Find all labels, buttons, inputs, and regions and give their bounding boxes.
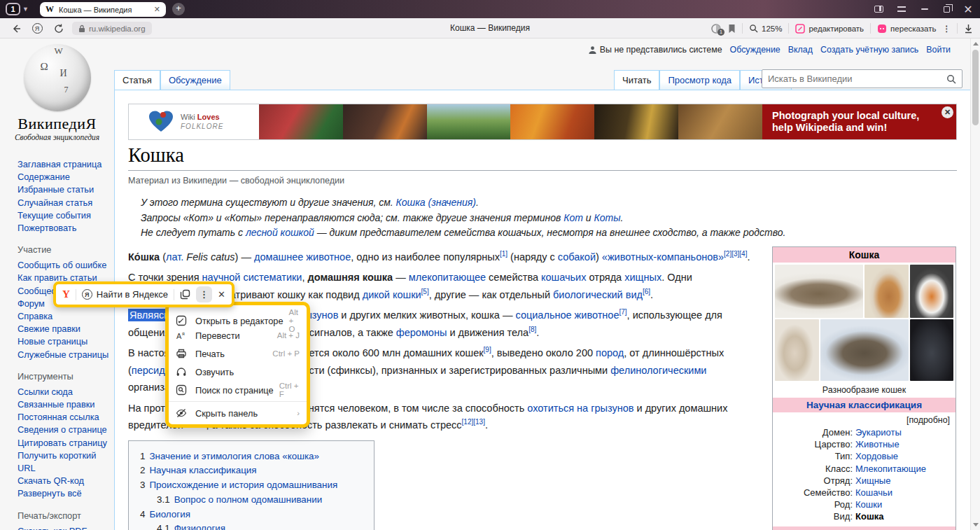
menu-item-read-aloud[interactable]: Озвучить [169,363,307,381]
sidebar-item-donate[interactable]: Пожертвовать [18,222,114,235]
tax-link[interactable]: Млекопитающие [855,463,955,475]
menu-item-open-in-editor[interactable]: Открыть в редактореAlt + O [169,308,307,326]
sidebar-item-random[interactable]: Случайная статья [18,197,114,209]
cat-photo-orange-white[interactable] [910,265,953,318]
cat-photo-tabby-snow[interactable] [820,319,909,381]
sidebar-item-download-pdf[interactable]: Скачать как PDF [18,525,114,530]
scroll-up-arrow-icon[interactable] [973,42,979,46]
user-icon [588,46,597,55]
toc-item[interactable]: 4.1Физиология [157,522,357,530]
menu-button[interactable] [891,0,912,18]
toc-item[interactable]: 4Биология [140,508,357,522]
scrollbar-thumb[interactable] [972,50,979,125]
submenu-chevron-icon: › [297,409,300,417]
restore-icon [944,6,950,13]
link-contributions[interactable]: Вклад [788,45,813,55]
tab-article[interactable]: Статья [114,70,160,90]
new-tab-button[interactable]: + [172,3,185,15]
page-scrollbar[interactable] [970,39,980,530]
toc-item[interactable]: 2Научная классификация [140,463,357,478]
back-button[interactable] [6,18,27,39]
retell-button[interactable]: пересказать [877,24,936,34]
wikipedia-wordmark[interactable]: ВикипедиЯ [0,115,114,133]
link-user-talk[interactable]: Обсуждение [730,45,780,55]
toolbar-close-icon[interactable]: ✕ [218,289,225,300]
address-pill[interactable]: ru.wikipedia.org [72,22,152,35]
details-link[interactable]: [подробно] [773,412,955,426]
zoom-control[interactable]: 125% [749,24,782,33]
sidebar-item-recent-changes[interactable]: Свежие правки [18,323,114,335]
tab-view-source[interactable]: Просмотр кода [659,70,740,90]
sidebar-item-cite-page[interactable]: Цитировать страницу [18,437,114,449]
sidebar-item-new-pages[interactable]: Новые страницы [18,335,114,348]
tax-link[interactable]: Кошки [855,498,955,510]
edit-mode-button[interactable]: редактировать [795,24,864,34]
separator [957,23,958,34]
sidebar-item-help[interactable]: Справка [18,310,114,323]
toc-item[interactable]: 3.1Вопрос о полном одомашнивании [157,493,357,508]
sidebar-item-contents[interactable]: Содержание [18,171,114,183]
yandex-logo-icon[interactable]: Y [62,288,70,300]
protect-button[interactable]: 1 [710,23,722,34]
sidebar-item-report-error[interactable]: Сообщить об ошибке [18,259,114,272]
zoom-level: 125% [762,25,782,33]
sidebar-item-permanent-link[interactable]: Постоянная ссылка [18,411,114,424]
tax-link[interactable]: Эукариоты [855,426,955,438]
open-in-editor-icon [176,315,187,326]
sidebar-item-special-pages[interactable]: Служебные страницы [18,349,114,361]
restore-button[interactable] [936,0,957,18]
sidebar-item-current-events[interactable]: Текущие события [18,209,114,222]
banner-message[interactable]: Photograph your local culture, help Wiki… [762,104,956,139]
tax-link[interactable]: Кошачьи [855,487,955,498]
tab-talk[interactable]: Обсуждение [160,70,230,90]
tax-link[interactable]: Хищные [855,475,955,487]
tab-close-icon[interactable]: ✕ [154,5,160,14]
tab-counter-button[interactable]: 1 ▼ [6,3,29,15]
link-login[interactable]: Войти [926,45,951,55]
downloads-button[interactable] [964,24,973,34]
sidebar-item-qr-code[interactable]: Скачать QR-код [18,475,114,487]
sidebar-item-page-info[interactable]: Сведения о странице [18,424,114,436]
tax-link[interactable]: Животные [855,438,955,450]
copy-icon[interactable] [180,289,190,300]
sidebar-item-main[interactable]: Заглавная страница [18,158,114,171]
yandex-services-button[interactable]: Я [28,18,46,39]
close-window-button[interactable]: ✕ [958,0,979,18]
toc-item[interactable]: 3Происхождение и история одомашнивания [140,478,357,493]
wikipedia-globe-logo[interactable]: W Ω И 7 [24,44,91,111]
find-in-yandex-button[interactable]: Я Найти в Яндексе [82,289,168,300]
sidebar-item-what-links-here[interactable]: Ссылки сюда [18,386,114,398]
menu-item-translate[interactable]: Aя ПеревестиAlt + J [169,326,307,344]
side-panel-button[interactable] [868,0,889,18]
scroll-down-arrow-icon[interactable] [973,523,979,526]
banner-close-icon[interactable]: ✕ [941,106,953,118]
sidebar-item-short-url[interactable]: Получить короткий URL [18,449,100,475]
cat-photo-tabby-lying[interactable] [775,265,863,318]
link-create-account[interactable]: Создать учётную запись [820,45,918,55]
menu-item-find-on-page[interactable]: Поиск по страницеCtrl + F [169,381,307,399]
sidebar-item-related-changes[interactable]: Связанные правки [18,398,114,411]
menu-item-print[interactable]: ПечатьCtrl + P [169,344,307,363]
cat-photo-siamese[interactable] [775,319,819,381]
toolbar-more-button[interactable]: ⋮ [196,286,212,302]
browser-tab[interactable]: W Кошка — Википедия ✕ [40,2,166,17]
tax-link[interactable]: Хордовые [855,450,955,462]
refresh-button[interactable] [49,18,69,39]
sidebar-item-expand-all[interactable]: Развернуть всё [18,487,114,500]
tab-read[interactable]: Читать [614,70,659,90]
search-icon[interactable] [946,74,956,84]
wiki-search-box[interactable] [762,69,962,88]
more-actions-button[interactable]: ⋮ [943,24,951,34]
bookmark-button[interactable] [728,24,736,34]
banner-photo [510,104,594,139]
hatnote: У этого термина существуют и другие знач… [141,195,957,211]
classification-header[interactable]: Научная классификация [773,398,955,412]
cat-photo-abyssinian[interactable] [864,265,909,318]
cat-photo-gray[interactable] [910,319,953,381]
menu-item-hide-panel[interactable]: Скрыть панель› [169,404,307,422]
toc-item[interactable]: 1Значение и этимология слова «кошка» [140,449,357,464]
wiki-loves-folklore-banner[interactable]: Wiki Loves FOLKLORE Photograph your loca… [128,104,957,140]
minimize-button[interactable] [914,0,935,18]
search-input[interactable] [762,74,946,84]
sidebar-item-featured[interactable]: Избранные статьи [18,183,114,196]
